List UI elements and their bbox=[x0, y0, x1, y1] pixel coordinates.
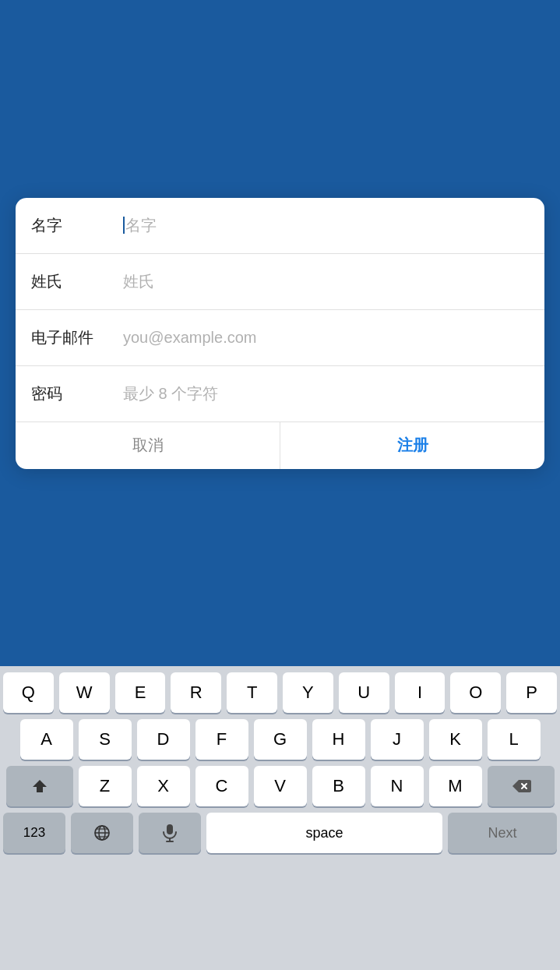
space-key[interactable]: space bbox=[206, 813, 442, 853]
key-x[interactable]: X bbox=[137, 766, 190, 806]
cancel-button[interactable]: 取消 bbox=[16, 422, 280, 469]
email-input[interactable] bbox=[117, 329, 529, 347]
key-b[interactable]: B bbox=[312, 766, 365, 806]
email-label: 电子邮件 bbox=[31, 327, 117, 348]
keyboard-row-2: A S D F G H J K L bbox=[3, 719, 557, 760]
key-u[interactable]: U bbox=[339, 672, 389, 713]
key-q[interactable]: Q bbox=[3, 672, 54, 713]
surname-label: 姓氏 bbox=[31, 271, 117, 292]
key-i[interactable]: I bbox=[395, 672, 446, 713]
key-w[interactable]: W bbox=[59, 672, 110, 713]
key-g[interactable]: G bbox=[254, 719, 307, 760]
numeric-key[interactable]: 123 bbox=[3, 813, 65, 853]
delete-key[interactable] bbox=[488, 766, 555, 806]
password-label: 密码 bbox=[31, 383, 117, 404]
surname-input[interactable] bbox=[117, 273, 529, 291]
key-f[interactable]: F bbox=[195, 719, 248, 760]
email-field-row[interactable]: 电子邮件 bbox=[16, 310, 544, 366]
key-m[interactable]: M bbox=[429, 766, 482, 806]
surname-field-row[interactable]: 姓氏 bbox=[16, 254, 544, 310]
keyboard: Q W E R T Y U I O P A S D F G H J K L Z … bbox=[0, 666, 560, 970]
key-o[interactable]: O bbox=[450, 672, 501, 713]
key-z[interactable]: Z bbox=[79, 766, 132, 806]
password-field-row[interactable]: 密码 bbox=[16, 366, 544, 422]
globe-key[interactable] bbox=[71, 813, 133, 853]
registration-dialog: 名字 名字 姓氏 电子邮件 密码 取消 注册 bbox=[16, 198, 544, 469]
key-r[interactable]: R bbox=[171, 672, 221, 713]
svg-rect-7 bbox=[167, 824, 173, 834]
key-d[interactable]: D bbox=[137, 719, 190, 760]
key-y[interactable]: Y bbox=[283, 672, 333, 713]
password-input[interactable] bbox=[117, 385, 529, 403]
mic-key[interactable] bbox=[139, 813, 201, 853]
text-cursor bbox=[123, 217, 125, 234]
key-p[interactable]: P bbox=[506, 672, 557, 713]
name-label: 名字 bbox=[31, 215, 117, 236]
shift-key[interactable] bbox=[6, 766, 73, 806]
key-s[interactable]: S bbox=[79, 719, 132, 760]
key-n[interactable]: N bbox=[371, 766, 424, 806]
keyboard-row-1: Q W E R T Y U I O P bbox=[3, 672, 557, 713]
keyboard-row-bottom: 123 space Next bbox=[3, 813, 557, 853]
numeric-label: 123 bbox=[23, 825, 45, 841]
key-c[interactable]: C bbox=[195, 766, 248, 806]
name-field-row[interactable]: 名字 名字 bbox=[16, 198, 544, 254]
next-label: Next bbox=[488, 825, 516, 841]
app-background: 名字 名字 姓氏 电子邮件 密码 取消 注册 bbox=[0, 0, 560, 666]
key-j[interactable]: J bbox=[371, 719, 424, 760]
key-h[interactable]: H bbox=[312, 719, 365, 760]
space-label: space bbox=[305, 825, 343, 841]
next-key[interactable]: Next bbox=[448, 813, 557, 853]
key-v[interactable]: V bbox=[254, 766, 307, 806]
key-l[interactable]: L bbox=[488, 719, 541, 760]
keyboard-row-3: Z X C V B N M bbox=[3, 766, 557, 806]
name-placeholder: 名字 bbox=[125, 215, 157, 236]
key-k[interactable]: K bbox=[429, 719, 482, 760]
dialog-actions: 取消 注册 bbox=[16, 422, 544, 469]
key-a[interactable]: A bbox=[20, 719, 73, 760]
register-button[interactable]: 注册 bbox=[280, 422, 544, 469]
key-t[interactable]: T bbox=[227, 672, 277, 713]
key-e[interactable]: E bbox=[115, 672, 166, 713]
